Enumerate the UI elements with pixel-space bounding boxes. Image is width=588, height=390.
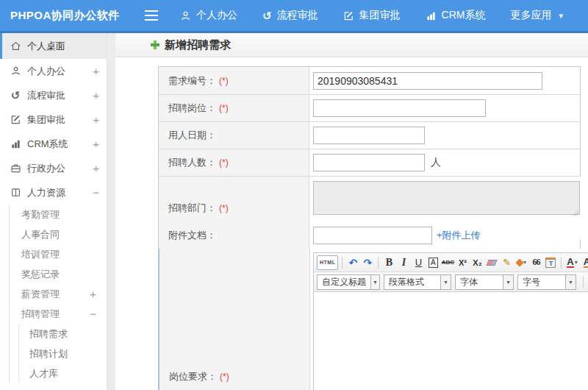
format-painter-icon[interactable]: ✎ [500,255,513,270]
sidebar-item-group-approval[interactable]: 集团审批 + [0,107,107,132]
user-icon [180,10,191,21]
font-color-button[interactable]: A▾ [565,255,578,270]
paste-filter-icon[interactable]: T [545,258,556,268]
font-size-select[interactable]: 字号 ▾ [517,274,576,290]
rich-text-editor: HTML ↶ ↷ B I U A ABC X² [313,252,588,390]
superscript-icon[interactable]: X² [456,255,469,270]
strikethrough-icon[interactable]: ABC [441,255,454,270]
plus-icon [151,40,159,49]
toolbar-separator [342,257,343,269]
blockquote-icon[interactable]: 66 [529,255,542,270]
sidebar-item-label: 集团审批 [27,113,90,127]
expand-toggle-icon[interactable]: + [90,138,99,150]
main-layout: 个人桌面 个人办公 + ↺ 流程审批 + 集团审批 + [0,33,588,390]
sidebar-item-workflow-approval[interactable]: ↺ 流程审批 + [0,83,107,107]
sidebar-item-label: 行政办公 [27,162,90,175]
expand-toggle-icon[interactable]: + [90,113,99,126]
home-icon [10,40,21,52]
autotypeset-button[interactable]: ▾ [514,255,528,270]
sidebar-item-hr-contract[interactable]: 人事合同 [10,224,107,244]
sidebar: 个人桌面 个人办公 + ↺ 流程审批 + 集团审批 + [0,33,107,390]
font-border-icon[interactable]: A [429,258,438,268]
toolbar-separator [583,276,584,288]
position-input[interactable] [313,99,486,117]
subscript-icon[interactable]: X₂ [470,255,484,270]
hamburger-menu-icon[interactable] [145,10,159,21]
toolbar-separator [561,257,562,269]
form-row-position: 招聘岗位： (*) [159,95,580,122]
sidebar-submenu-hr: 考勤管理 人事合同 培训管理 奖惩记录 薪资管理 + 招聘管理 − [9,205,107,383]
sidebar-submenu-recruit: 招聘需求 招聘计划 人才库 [18,324,107,383]
bar-chart-icon [426,10,437,21]
field-label: 需求编号： [168,74,216,88]
collapse-toggle-icon[interactable]: − [90,186,99,199]
attachment-input[interactable] [313,227,432,244]
book-icon [10,187,21,198]
request-no-input[interactable] [313,72,542,90]
editor-toolbar-row1: HTML ↶ ↷ B I U A ABC X² [314,253,588,272]
sidebar-item-recruit-plan[interactable]: 招聘计划 [19,344,107,364]
bold-icon[interactable]: B [382,255,395,270]
italic-icon[interactable]: I [397,255,410,270]
expand-toggle-icon[interactable]: + [90,89,99,102]
briefcase-icon [10,163,21,174]
required-mark: (*) [220,372,229,382]
field-label: 岗位要求： [169,370,217,383]
sidebar-item-attendance[interactable]: 考勤管理 [10,205,107,224]
undo-icon[interactable]: ↶ [346,255,359,270]
sidebar-item-reward-punish[interactable]: 奖惩记录 [10,264,107,284]
sidebar-item-personal-office[interactable]: 个人办公 + [0,59,107,83]
upload-attachment-link[interactable]: +附件上传 [437,229,481,242]
font-color-icon: A [567,257,573,268]
headcount-input[interactable] [313,154,425,171]
editor-content[interactable] [314,292,588,390]
sidebar-item-salary[interactable]: 薪资管理 + [10,284,107,304]
required-mark: (*) [219,103,229,113]
sidebar-item-crm[interactable]: CRM系统 + [0,132,107,156]
paragraph-format-select[interactable]: 段落格式 ▾ [384,274,451,290]
sidebar-item-recruit-mgmt[interactable]: 招聘管理 − [10,304,107,324]
nav-item-crm[interactable]: CRM系统 [426,9,486,22]
department-textarea[interactable] [313,181,580,215]
nav-item-workflow-approval[interactable]: ↺ 流程审批 [262,9,318,22]
sidebar-item-admin-office[interactable]: 行政办公 + [0,156,107,180]
underline-icon[interactable]: U [412,255,425,270]
font-family-select[interactable]: 字体 ▾ [455,274,514,290]
expand-toggle-icon[interactable]: + [90,65,99,77]
caret-down-icon: ▾ [440,275,451,289]
page-title: 新增招聘需求 [165,38,231,52]
edit-square-icon [10,114,21,125]
redo-icon[interactable]: ↷ [361,255,374,270]
expand-toggle-icon[interactable]: + [87,288,96,300]
form-row-requirements: 岗位要求： (*) HTML ↶ ↷ B I [158,249,580,390]
sidebar-item-talent-pool[interactable]: 人才库 [19,364,107,383]
required-mark: (*) [219,76,229,86]
recruit-request-form: 需求编号： (*) 招聘岗位： (*) [158,66,581,390]
expand-toggle-icon[interactable]: + [90,162,99,174]
nav-item-group-approval[interactable]: 集团审批 [343,9,401,22]
background-color-button[interactable]: A [580,255,588,270]
sidebar-item-label: 个人桌面 [27,40,99,53]
collapse-toggle-icon[interactable]: − [87,308,96,320]
caret-down-icon: ▾ [370,275,379,289]
app-window: PHPOA协同办公软件 个人办公 ↺ 流程审批 集团审批 [0,0,588,390]
sidebar-item-hr[interactable]: 人力资源 − [0,180,107,205]
hire-date-input[interactable] [313,127,425,144]
sidebar-item-training[interactable]: 培训管理 [10,244,107,264]
caret-down-icon: ▾ [503,275,513,289]
nav-item-personal-office[interactable]: 个人办公 [180,9,237,22]
nav-item-label: 更多应用 [510,9,551,22]
nav-item-label: 个人办公 [196,9,237,22]
custom-title-select[interactable]: 自定义标题 ▾ [317,274,380,290]
sidebar-item-recruit-request[interactable]: 招聘需求 [19,324,107,344]
eraser-icon[interactable] [487,260,498,266]
sidebar-item-personal-desktop[interactable]: 个人桌面 [0,33,107,59]
html-source-button[interactable]: HTML [317,255,338,270]
sidebar-scrollbar[interactable] [107,33,115,390]
nav-item-more-apps[interactable]: 更多应用 ▾ [510,9,563,22]
headcount-unit-label: 人 [431,156,441,169]
caret-down-icon: ▾ [559,11,563,21]
sidebar-item-label: 人力资源 [27,186,90,199]
nav-item-label: CRM系统 [442,9,486,22]
nav-item-label: 流程审批 [277,9,318,22]
